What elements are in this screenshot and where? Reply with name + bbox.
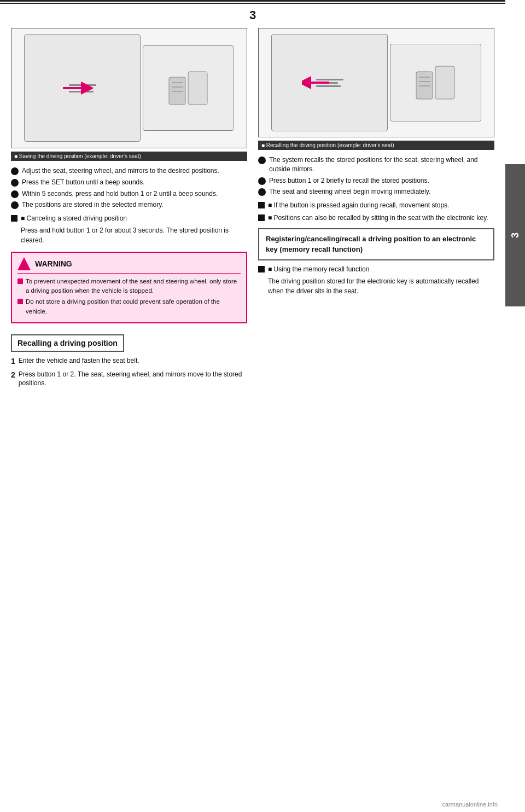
right-bullet-dot-3: [258, 188, 266, 196]
step-2-text: Press button 1 or 2. The seat, steering …: [19, 370, 247, 388]
left-diagram-inner: [24, 34, 235, 142]
right-steering-illustration: [413, 61, 457, 105]
warning-sq-bullet-1: [18, 279, 23, 284]
right-panel-illustration: [143, 45, 234, 131]
left-column: ■ Saving the driving position (example: …: [11, 28, 247, 391]
right-bullet-3: The seat and steering wheel begin moving…: [258, 187, 494, 196]
steering-illustration: [166, 66, 210, 110]
step-1: 1 Enter the vehicle and fasten the seat …: [11, 356, 247, 367]
svg-rect-7: [416, 72, 433, 99]
step-2-num: 2: [11, 370, 15, 381]
divider-line: [0, 3, 505, 4]
warning-triangle-icon: [18, 257, 31, 270]
recalling-driving-position-box: Recalling a driving position: [11, 334, 124, 352]
svg-rect-1: [169, 77, 185, 105]
svg-rect-2: [188, 72, 207, 105]
cancel-text: Press and hold button 1 or 2 for about 3…: [21, 225, 247, 245]
step-2: 2 Press button 1 or 2. The seat, steerin…: [11, 370, 247, 388]
right-bullet-2: Press button 1 or 2 briefly to recall th…: [258, 176, 494, 185]
right-left-panel: [271, 34, 388, 131]
top-border-line: [0, 0, 505, 2]
right-right-panel: [390, 44, 481, 122]
left-diagram-caption: ■ Saving the driving position (example: …: [11, 152, 247, 161]
warning-label: WARNING: [35, 259, 72, 268]
step-1-text: Enter the vehicle and fasten the seat be…: [19, 356, 139, 366]
warning-sq-bullet-2: [18, 299, 23, 304]
warning-box: WARNING To prevent unexpected movement o…: [11, 252, 247, 323]
bullet-dot-4: [11, 201, 19, 209]
right-sq-bullet-1: [258, 202, 265, 208]
register-recall-box: Registering/canceling/recall a driving p…: [258, 228, 494, 260]
right-bullet-dot-2: [258, 177, 266, 185]
pink-arrow-left: [60, 80, 93, 96]
square-bullet-cancel: [11, 215, 18, 222]
bullet-item-1: Adjust the seat, steering wheel, and mir…: [11, 166, 247, 176]
right-note-2: ■ Positions can also be recalled by sitt…: [258, 213, 494, 223]
right-diagram-inner: [271, 34, 482, 131]
warning-item-1: To prevent unexpected movement of the se…: [18, 277, 241, 296]
pink-arrow-right: [302, 74, 335, 91]
cancel-section: ■ Canceling a stored driving position: [11, 214, 247, 223]
right-column: ■ Recalling the driving position (exampl…: [258, 28, 494, 391]
bullet-dot-2: [11, 179, 19, 187]
right-sq-text: The driving position stored for the elec…: [268, 276, 494, 296]
right-sq-bullet-memory: [258, 266, 265, 272]
right-bullet-dot-1: [258, 156, 266, 164]
left-diagram-box: [11, 28, 247, 148]
chapter-number: 3: [0, 8, 505, 22]
footer-watermark: carmanualonline.info: [442, 801, 498, 808]
bullet-dot-1: [11, 167, 19, 175]
sidebar-tab: 3: [505, 164, 525, 306]
warning-header: WARNING: [18, 257, 241, 274]
bullet-item-4: The positions are stored in the selected…: [11, 200, 247, 210]
right-note-1: ■ If the button is pressed again during …: [258, 201, 494, 210]
right-sq-bullet-2: [258, 214, 265, 221]
right-diagram-caption: ■ Recalling the driving position (exampl…: [258, 141, 494, 150]
recalling-box-wrapper: Recalling a driving position: [11, 329, 247, 356]
bullet-item-2: Press the SET button until a beep sounds…: [11, 178, 247, 187]
warning-item-2: Do not store a driving position that cou…: [18, 297, 241, 316]
left-panel-illustration: [24, 34, 141, 142]
right-sq-section: ■ Using the memory recall function: [258, 265, 494, 274]
right-diagram-box: [258, 28, 494, 137]
step-1-num: 1: [11, 356, 15, 367]
bullet-dot-3: [11, 190, 19, 198]
bullet-item-3: Within 5 seconds, press and hold button …: [11, 189, 247, 199]
main-content: ■ Saving the driving position (example: …: [0, 22, 505, 396]
svg-rect-8: [435, 66, 454, 99]
right-bullet-1: The system recalls the stored positions …: [258, 155, 494, 174]
